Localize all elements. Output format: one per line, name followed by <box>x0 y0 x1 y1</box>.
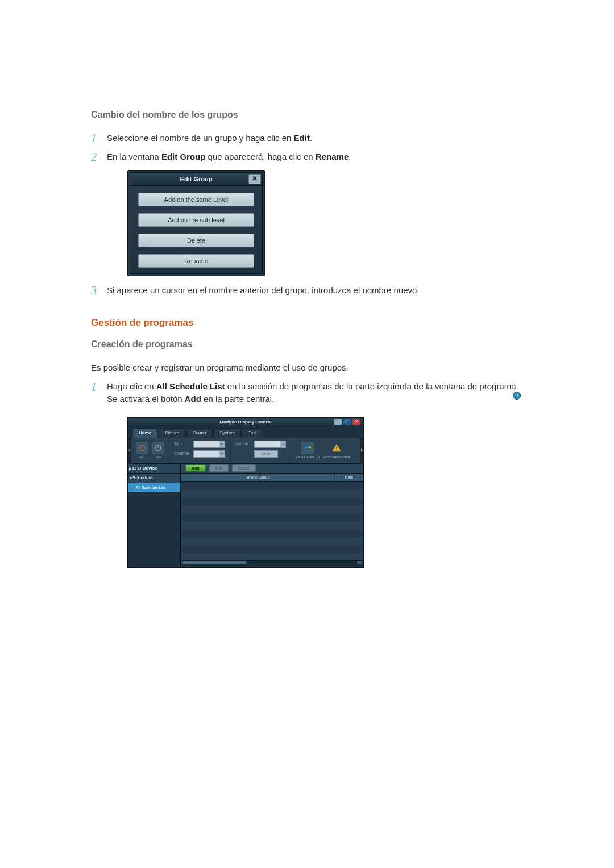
dialog-title: Edit Group <box>180 175 213 184</box>
figure-mdc-window: Multiple Display Control – ▢ ✕ Home Pict… <box>127 417 364 568</box>
step-2-text-c: que aparecerá, haga clic en <box>205 152 315 161</box>
sched-step-1: 1 Haga clic en All Schedule List en la s… <box>91 380 523 568</box>
step-number: 1 <box>91 378 97 395</box>
power-on-label: On <box>139 455 144 462</box>
grid-row <box>181 538 363 546</box>
tab-picture[interactable]: Picture <box>159 428 185 438</box>
mdc-title-text: Multiple Display Control <box>128 419 363 426</box>
bold-edit-group: Edit Group <box>161 152 206 161</box>
grid-row <box>181 482 363 490</box>
fault-alert-icon[interactable] <box>330 442 343 454</box>
mute-button[interactable]: Mute <box>254 450 278 458</box>
grid-row <box>181 546 363 554</box>
schedule-toolbar: Add Edit Delete <box>181 464 363 474</box>
dialog-button-add-same-level[interactable]: Add on the same Level <box>138 193 254 206</box>
figure-edit-group-dialog: Edit Group ✕ Add on the same Level Add o… <box>127 170 265 276</box>
caret-right-icon <box>129 467 131 471</box>
power-icon <box>138 444 146 452</box>
step-2-text-e: . <box>349 152 351 161</box>
sidebar-section-schedule[interactable]: Schedule <box>128 474 180 483</box>
sidebar-item-all-schedule-list[interactable]: All Schedule List <box>128 483 180 492</box>
ribbon-right-collapse[interactable] <box>360 438 363 464</box>
grid-row <box>181 530 363 538</box>
horizontal-scrollbar[interactable] <box>182 560 362 566</box>
power-on-button[interactable] <box>136 442 148 454</box>
grid-row <box>181 498 363 506</box>
mdc-titlebar: Multiple Display Control – ▢ ✕ <box>128 418 363 427</box>
step-1: 1 Seleccione el nombre de un grupo y hag… <box>91 132 523 145</box>
window-minimize-button[interactable]: – <box>334 419 342 425</box>
bold-all-schedule-list: All Schedule List <box>156 381 225 391</box>
grid-header: Device Group Date <box>181 474 363 482</box>
dialog-titlebar: Edit Group ✕ <box>130 173 262 186</box>
tab-home[interactable]: Home <box>132 428 157 438</box>
power-off-button[interactable] <box>152 442 164 454</box>
heading-schedule-management: Gestión de programas <box>91 315 523 330</box>
chevron-down-icon: ▾ <box>219 451 225 457</box>
bold-add: Add <box>185 394 201 404</box>
grid-row <box>181 514 363 522</box>
step-3-text: Si aparece un cursor en el nombre anteri… <box>107 285 420 295</box>
column-date[interactable]: Date <box>334 474 363 481</box>
fault-alert-label: Fault Device Alert <box>323 455 350 459</box>
grid-row <box>181 490 363 498</box>
bold-edit: Edit <box>294 133 310 143</box>
delete-button[interactable]: Delete <box>232 464 256 472</box>
column-device-group[interactable]: Device Group <box>181 474 334 481</box>
sidebar-section-lfd-device[interactable]: LFD Device <box>128 464 180 474</box>
spinner-icon: ▴ <box>280 441 285 447</box>
step-2: 2 En la ventana Edit Group que aparecerá… <box>91 151 523 277</box>
step-1-text-a: Seleccione el nombre de un grupo y haga … <box>107 133 294 143</box>
dialog-button-add-sub-level[interactable]: Add on the sub level <box>138 213 254 227</box>
heading-rename-groups: Cambio del nombre de los grupos <box>91 108 523 122</box>
help-button[interactable]: ? <box>513 392 521 400</box>
channel-dropdown[interactable]: ▾ <box>193 450 225 458</box>
step-2-text-a: En la ventana <box>107 152 161 161</box>
power-off-label: Off <box>155 455 160 462</box>
power-icon <box>154 444 162 452</box>
warning-triangle-icon <box>331 443 342 453</box>
fault-device-icon[interactable] <box>301 442 314 454</box>
input-dropdown[interactable]: ▾ <box>193 441 225 448</box>
step-3: 3 Si aparece un cursor en el nombre ante… <box>91 284 523 297</box>
channel-label: Channel <box>174 451 193 457</box>
window-maximize-button[interactable]: ▢ <box>343 419 351 425</box>
caret-down-icon <box>129 477 132 479</box>
chevron-down-icon: ▾ <box>219 441 225 447</box>
tab-tool[interactable]: Tool <box>242 428 263 438</box>
grid-row <box>181 522 363 530</box>
step-1-text-c: . <box>310 133 312 143</box>
tab-system[interactable]: System <box>213 428 241 438</box>
step-number: 3 <box>91 282 97 299</box>
input-label: Input <box>174 441 193 447</box>
fault-device-count-label: Fault Device (0) <box>296 455 320 459</box>
tab-sound[interactable]: Sound <box>186 428 212 438</box>
volume-label: Volume <box>235 441 254 447</box>
sched-step-1-a: Haga clic en <box>107 381 156 391</box>
scroll-right-arrow[interactable] <box>356 561 362 564</box>
grid-row <box>181 506 363 514</box>
dialog-close-button[interactable]: ✕ <box>248 174 261 184</box>
dialog-button-delete[interactable]: Delete <box>138 234 254 247</box>
monitor-warning-icon <box>303 443 312 452</box>
mdc-main-area: Add Edit Delete Device Group Date <box>181 464 363 567</box>
window-close-button[interactable]: ✕ <box>352 419 360 425</box>
bold-rename: Rename <box>316 152 349 161</box>
sidebar-schedule-label: Schedule <box>132 475 153 480</box>
step-number: 1 <box>91 130 97 147</box>
volume-spinner[interactable]: ▴ <box>254 441 286 448</box>
step-number: 2 <box>91 148 97 165</box>
svg-rect-5 <box>306 450 308 450</box>
grid-body <box>181 482 363 567</box>
dialog-button-rename[interactable]: Rename <box>138 254 254 268</box>
mdc-tab-strip: Home Picture Sound System Tool ? <box>128 427 363 438</box>
edit-button[interactable]: Edit <box>209 464 229 472</box>
paragraph-create-schedule: Es posible crear y registrar un programa… <box>91 362 523 375</box>
mdc-sidebar: LFD Device Schedule All Schedule List <box>128 464 181 567</box>
scrollbar-thumb[interactable] <box>184 561 246 564</box>
svg-point-9 <box>336 450 337 451</box>
sched-step-1-e: en la parte central. <box>201 394 274 404</box>
sidebar-lfd-label: LFD Device <box>132 466 157 471</box>
add-button[interactable]: Add <box>185 464 206 472</box>
heading-create-schedule: Creación de programas <box>91 338 523 351</box>
